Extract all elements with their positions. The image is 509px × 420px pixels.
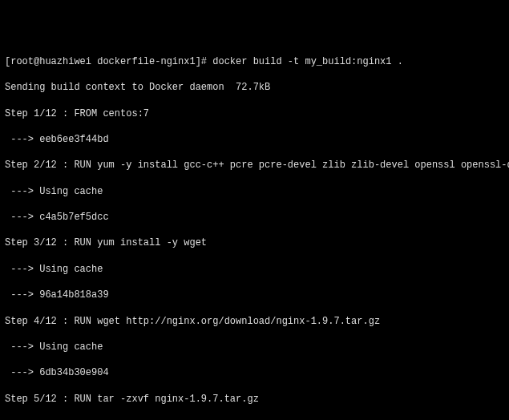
output-line: Step 2/12 : RUN yum -y install gcc-c++ p…	[5, 159, 504, 172]
output-line: ---> Using cache	[5, 341, 504, 353]
output-line: Step 5/12 : RUN tar -zxvf nginx-1.9.7.ta…	[5, 393, 504, 406]
output-line: Step 4/12 : RUN wget http://nginx.org/do…	[5, 315, 504, 328]
output-line: Sending build context to Docker daemon 7…	[5, 81, 504, 94]
output-line: Step 1/12 : FROM centos:7	[5, 107, 504, 120]
output-line: ---> Using cache	[5, 263, 504, 276]
shell-prompt-1: [root@huazhiwei dockerfile-nginx1]#	[5, 56, 212, 67]
prompt-line-1[interactable]: [root@huazhiwei dockerfile-nginx1]# dock…	[5, 55, 504, 68]
output-line: ---> 96a14b818a39	[5, 289, 504, 301]
output-line: ---> 6db34b30e904	[5, 366, 504, 379]
output-line: ---> c4a5b7ef5dcc	[5, 211, 504, 224]
output-line: ---> Using cache	[5, 185, 504, 198]
command-1: docker build -t my_build:nginx1 .	[212, 56, 403, 67]
output-line: Step 3/12 : RUN yum install -y wget	[5, 236, 504, 249]
output-line: ---> eeb6ee3f44bd	[5, 133, 504, 146]
